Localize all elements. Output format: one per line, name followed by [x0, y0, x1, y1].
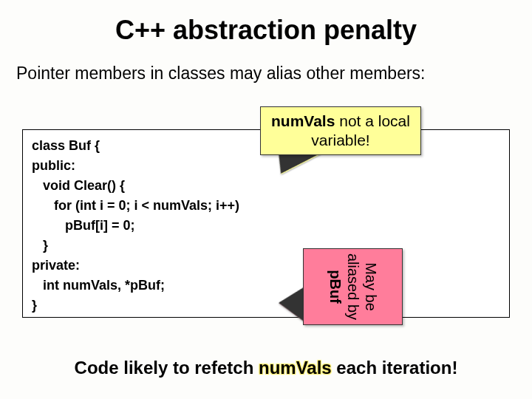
footnote-highlight: numVals — [259, 358, 332, 378]
code-line: private: — [32, 258, 80, 273]
footnote-post: each iteration! — [332, 358, 458, 378]
page-title: C++ abstraction penalty — [0, 0, 532, 46]
code-line: } — [32, 298, 37, 313]
callout-pbuf-bold: pBuf — [327, 270, 344, 304]
code-line: int numVals, *pBuf; — [32, 278, 165, 293]
callout-numvals-bold: numVals — [271, 112, 335, 129]
code-line: public: — [32, 158, 75, 173]
footnote-pre: Code likely to refetch — [75, 358, 259, 378]
code-listing: class Buf { public: void Clear() { for (… — [22, 129, 510, 318]
callout-pbuf-pointer — [279, 287, 304, 330]
callout-numvals: numVals not a local variable! — [260, 106, 421, 155]
callout-pbuf-text: May be aliased by pBuf — [327, 248, 380, 325]
callout-pbuf: May be aliased by pBuf — [303, 248, 403, 325]
code-line: pBuf[i] = 0; — [32, 218, 135, 233]
code-line: void Clear() { — [32, 178, 125, 193]
code-line: class Buf { — [32, 138, 100, 153]
subtitle-text: Pointer members in classes may alias oth… — [0, 46, 532, 83]
callout-pbuf-line1: May be aliased by — [345, 253, 379, 320]
slide: C++ abstraction penalty Pointer members … — [0, 0, 532, 399]
code-line: } — [32, 238, 48, 253]
code-line: for (int i = 0; i < numVals; i++) — [32, 198, 239, 213]
footnote: Code likely to refetch numVals each iter… — [0, 358, 532, 378]
